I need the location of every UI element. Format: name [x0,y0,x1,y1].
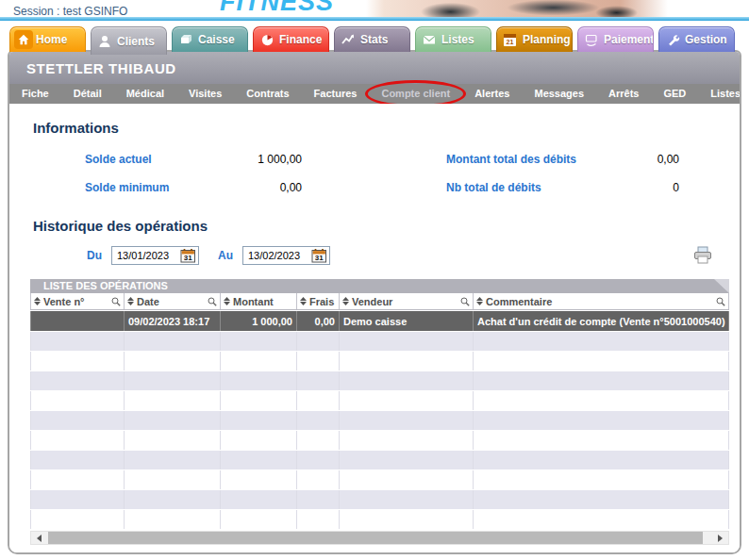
cell-empty [221,431,297,450]
cell-empty [125,470,221,489]
sort-icon[interactable] [300,297,307,305]
cell-empty [297,451,340,469]
svg-text:21: 21 [507,39,514,45]
cell-empty [221,470,297,489]
table-row-empty [30,332,729,351]
subnav-item-contrats[interactable]: Contrats [234,84,301,104]
column-header-vendeur[interactable]: Vendeur [340,293,474,309]
informations-fields: Solde actuel1 000,00Montant total des dé… [9,145,740,202]
tab-home[interactable]: Home [9,26,86,52]
subnav-item-fiche[interactable]: Fiche [9,84,61,104]
tab-stats[interactable]: Stats [334,26,410,52]
sort-icon[interactable] [127,297,134,305]
tab-finance[interactable]: Finance [253,26,329,52]
tab-paiements[interactable]: Paiements [577,26,654,52]
search-icon[interactable] [208,297,217,306]
cell-empty [125,411,221,430]
search-icon[interactable] [460,297,470,306]
tab-clients[interactable]: Clients [91,26,167,55]
column-header-frais[interactable]: Frais [297,293,340,309]
payments-icon [582,30,601,49]
cell-empty [30,510,125,529]
historique-title: Historique des opérations [9,202,740,234]
tab-label: Listes [441,33,474,46]
scroll-right-button[interactable] [714,532,726,544]
column-label: Montant [233,296,274,307]
subnav-item-factures[interactable]: Factures [302,84,370,104]
tab-gestion[interactable]: Gestion [658,26,735,52]
cell-empty [125,391,221,410]
planning-icon: 21 [501,30,520,49]
tab-label: Planning [523,33,571,46]
table-row-empty [30,451,729,469]
tab-caisse[interactable]: Caisse [172,26,248,52]
column-header-vente-n[interactable]: Vente n° [30,293,125,309]
column-header-montant[interactable]: Montant [221,293,297,309]
column-header-commentaire[interactable]: Commentaire [474,293,729,309]
subnav-item-ged[interactable]: GED [651,84,698,104]
cell-empty [30,470,125,489]
operations-table-header: Vente n°DateMontantFraisVendeurCommentai… [30,293,729,310]
subnav-item-arrets[interactable]: Arrêts [596,84,651,104]
cell-empty [297,490,340,509]
date-from-input[interactable] [117,250,175,261]
cell-empty [474,470,729,489]
subnav-item-compte-client[interactable]: Compte client [369,84,462,104]
cell-empty [30,371,125,390]
brand-logo: FITNESS [220,0,347,17]
sort-icon[interactable] [476,297,483,305]
tab-planning[interactable]: 21Planning [496,26,573,52]
scrollbar-thumb[interactable] [48,532,703,544]
subnav-item-detail[interactable]: Détail [61,84,114,104]
main-tabbar: HomeClientsCaisseFinanceStatsListes21Pla… [0,25,749,52]
cell-empty [125,431,221,450]
tab-label: Home [36,33,67,46]
informations-title: Informations [9,104,740,136]
subnav-item-alertes[interactable]: Alertes [462,84,522,104]
cell-empty [221,391,297,410]
cell-empty [297,352,340,371]
column-label: Commentaire [486,296,552,307]
sort-icon[interactable] [224,297,230,305]
lists-icon [420,30,439,49]
subnav-item-messages[interactable]: Messages [522,84,596,104]
tab-label: Clients [117,35,155,48]
table-row-empty [30,431,729,450]
table-row-empty [30,470,729,489]
cell-empty [221,411,297,430]
info-label: Montant total des débits [446,153,637,166]
cell-empty [297,391,340,410]
column-label: Date [137,296,159,307]
date-to-input[interactable] [248,250,307,261]
cell-empty [30,352,125,371]
scroll-left-button[interactable] [33,532,45,544]
banner-photo [366,0,668,17]
subnav-item-listes[interactable]: Listes [698,84,741,104]
sort-icon[interactable] [342,297,349,305]
stats-icon [339,30,358,49]
subnav-item-medical[interactable]: Médical [114,84,176,104]
subnav-item-visites[interactable]: Visites [176,84,234,104]
tab-label: Paiements [604,33,653,46]
client-panel: STETTLER THIBAUD FicheDétailMédicalVisit… [8,50,741,554]
cell-empty [474,451,729,469]
calendar-icon[interactable]: 31 [180,248,196,263]
content-area: Informations Solde actuel1 000,00Montant… [9,104,740,552]
column-header-date[interactable]: Date [125,293,221,309]
cell-empty [221,451,297,469]
tab-label: Caisse [198,33,235,46]
search-icon[interactable] [111,297,121,306]
table-row-selected[interactable]: 09/02/2023 18:171 000,000,00Demo caisseA… [30,311,729,331]
calendar-icon[interactable]: 31 [311,248,327,263]
cell-empty [340,391,474,410]
search-icon[interactable] [716,297,725,306]
column-label: Vendeur [352,296,392,307]
svg-text:31: 31 [184,254,192,262]
cell-empty [340,510,474,529]
tab-label: Gestion [685,33,727,46]
info-row: Solde minimum0,00Nb total de débits0 [9,173,740,202]
date-from-box: 31 [111,246,199,265]
printer-icon[interactable] [692,246,713,265]
tab-listes[interactable]: Listes [415,26,491,52]
sort-icon[interactable] [34,297,41,305]
